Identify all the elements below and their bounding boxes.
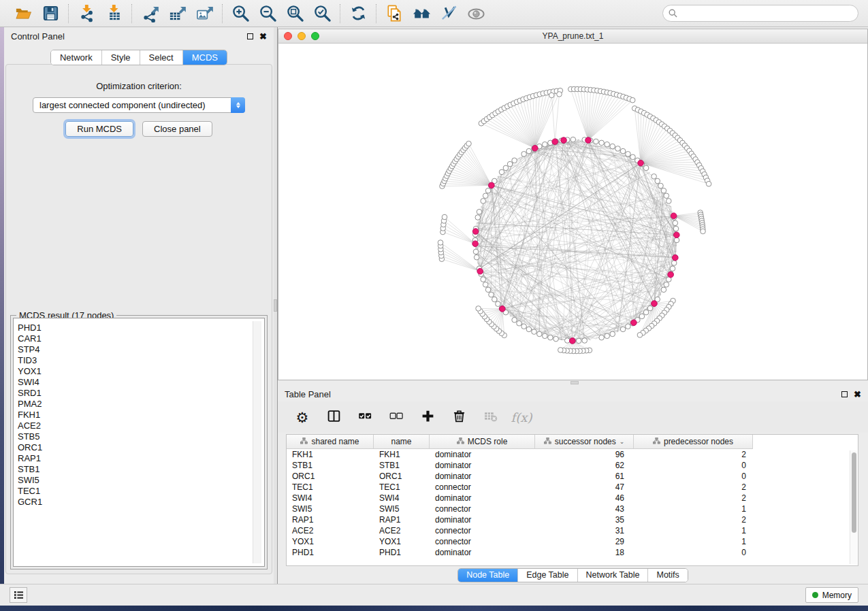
mcds-graph-node[interactable] <box>638 160 644 166</box>
column-header-shared-name[interactable]: shared name <box>287 435 374 448</box>
import-network-button[interactable] <box>75 3 98 24</box>
table-row[interactable]: RAP1RAP1dominator352 <box>287 514 858 525</box>
zoom-in-button[interactable] <box>229 3 252 24</box>
cell-name: STB1 <box>374 461 430 470</box>
settings-gear-button[interactable]: ⚙ <box>290 405 315 429</box>
table-row[interactable]: TEC1TEC1connector472 <box>287 482 858 493</box>
add-column-button[interactable] <box>415 405 440 429</box>
share-network-file-icon <box>385 4 404 22</box>
export-image-button[interactable] <box>193 3 216 24</box>
mcds-graph-node[interactable] <box>477 268 483 274</box>
mcds-result-item[interactable]: SWI4 <box>18 377 264 388</box>
mcds-result-item[interactable]: TEC1 <box>18 486 264 497</box>
tab-select[interactable]: Select <box>140 50 182 65</box>
mcds-graph-node[interactable] <box>585 137 592 144</box>
zoom-fit-button[interactable] <box>283 3 306 24</box>
mcds-result-item[interactable]: STP4 <box>18 344 264 355</box>
mcds-result-item[interactable]: RAP1 <box>18 453 264 464</box>
tab-node-table[interactable]: Node Table <box>458 569 517 582</box>
deselect-all-button[interactable] <box>384 405 408 429</box>
mcds-result-item[interactable]: PMA2 <box>18 399 264 410</box>
export-table-button[interactable] <box>165 3 189 24</box>
hide-annotations-button[interactable] <box>437 3 460 24</box>
mcds-result-item[interactable]: SWI5 <box>18 475 264 486</box>
table-row[interactable]: SWI4SWI4dominator462 <box>287 493 858 503</box>
mcds-result-item[interactable]: PHD1 <box>18 323 264 333</box>
task-history-button[interactable] <box>10 587 27 603</box>
mcds-graph-node[interactable] <box>472 229 479 235</box>
close-panel-button[interactable]: Close panel <box>142 121 212 137</box>
mcds-graph-node[interactable] <box>652 301 658 307</box>
mcds-result-item[interactable]: CAR1 <box>18 333 264 344</box>
mcds-result-item[interactable]: SRD1 <box>18 388 264 399</box>
import-table-button[interactable] <box>102 3 125 24</box>
mcds-graph-node[interactable] <box>532 146 539 152</box>
mcds-result-item[interactable]: STB1 <box>18 464 264 475</box>
table-row[interactable]: YOX1YOX1connector291 <box>287 536 858 547</box>
save-session-button[interactable] <box>39 3 62 24</box>
memory-button[interactable]: Memory <box>805 587 858 603</box>
mcds-graph-node[interactable] <box>671 213 677 219</box>
zoom-selected-button[interactable] <box>310 3 334 24</box>
open-file-button[interactable] <box>12 3 35 24</box>
run-mcds-button[interactable]: Run MCDS <box>65 121 133 137</box>
mcds-graph-node[interactable] <box>570 338 576 344</box>
float-panel-icon[interactable] <box>247 33 253 39</box>
delete-columns-button[interactable] <box>447 405 471 429</box>
tab-network-table[interactable]: Network Table <box>577 569 648 582</box>
deselect-all-icon <box>389 409 404 425</box>
table-row[interactable]: ACE2ACE2connector311 <box>287 525 858 536</box>
show-graphics-details-button[interactable] <box>464 3 487 24</box>
tab-style[interactable]: Style <box>101 50 140 65</box>
zoom-out-button[interactable] <box>256 3 279 24</box>
table-row[interactable]: STB1STB1dominator620 <box>287 460 858 471</box>
select-all-button[interactable] <box>353 405 377 429</box>
column-header-predecessor-nodes[interactable]: predecessor nodes <box>634 435 753 448</box>
network-canvas[interactable] <box>278 44 867 380</box>
column-header-name[interactable]: name <box>374 435 430 448</box>
float-table-panel-icon[interactable] <box>841 391 848 397</box>
mcds-graph-node[interactable] <box>500 306 506 312</box>
horizontal-splitter[interactable] <box>278 380 868 385</box>
horizontal-splitter-grip[interactable] <box>570 381 579 384</box>
close-panel-icon[interactable]: ✖ <box>259 32 267 41</box>
criterion-dropdown[interactable]: largest connected component (undirected) <box>33 97 245 113</box>
share-network-file-button[interactable] <box>383 3 406 24</box>
refresh-view-button[interactable] <box>347 3 370 24</box>
app-home-button[interactable] <box>410 3 433 24</box>
tab-motifs[interactable]: Motifs <box>647 569 687 582</box>
column-header-successor-nodes[interactable]: successor nodes⌄ <box>535 435 634 448</box>
close-table-panel-icon[interactable]: ✖ <box>854 390 861 399</box>
vertical-splitter-grip[interactable] <box>274 299 277 312</box>
mcds-graph-node[interactable] <box>668 271 674 278</box>
mcds-graph-node[interactable] <box>552 139 558 145</box>
mcds-graph-node[interactable] <box>674 232 680 238</box>
mcds-result-item[interactable]: ACE2 <box>18 420 264 431</box>
column-header-MCDS-role[interactable]: MCDS role <box>430 435 535 448</box>
mcds-result-item[interactable]: STB5 <box>18 431 264 442</box>
result-scrollbar[interactable] <box>253 321 261 563</box>
search-input[interactable] <box>681 7 852 20</box>
tab-network[interactable]: Network <box>51 50 101 65</box>
mcds-graph-node[interactable] <box>631 320 637 326</box>
mcds-graph-node[interactable] <box>673 254 679 261</box>
mcds-graph-node[interactable] <box>561 137 567 144</box>
table-row[interactable]: FKH1FKH1dominator962 <box>287 449 858 460</box>
show-columns-button[interactable] <box>321 405 346 429</box>
table-row[interactable]: SWI5SWI5connector431 <box>287 503 858 514</box>
mcds-result-item[interactable]: YOX1 <box>18 366 264 377</box>
tab-edge-table[interactable]: Edge Table <box>517 569 577 582</box>
cell-mcds_role: dominator <box>430 493 535 503</box>
mcds-graph-node[interactable] <box>489 182 495 188</box>
mcds-result-item[interactable]: FKH1 <box>18 410 264 420</box>
mcds-graph-node[interactable] <box>472 241 479 247</box>
mcds-result-item[interactable]: ORC1 <box>18 442 264 453</box>
export-network-button[interactable] <box>138 3 161 24</box>
table-row[interactable]: ORC1ORC1dominator610 <box>287 471 858 482</box>
mcds-result-item[interactable]: TID3 <box>18 355 264 366</box>
table-scrollbar[interactable] <box>850 450 857 564</box>
mcds-result-item[interactable]: GCR1 <box>18 497 264 508</box>
table-scrollbar-thumb[interactable] <box>852 452 856 533</box>
tab-mcds[interactable]: MCDS <box>182 50 227 65</box>
table-row[interactable]: PHD1PHD1dominator180 <box>287 547 858 558</box>
